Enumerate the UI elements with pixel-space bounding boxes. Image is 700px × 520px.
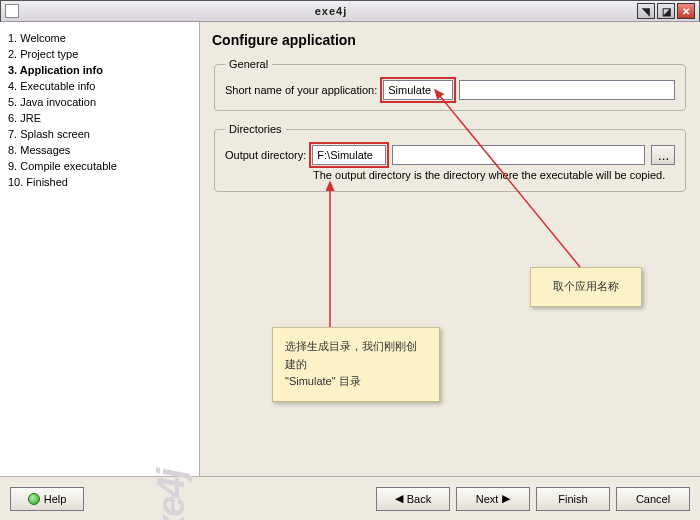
next-label: Next — [476, 493, 499, 505]
wizard-footer: Help ◀ Back Next ▶ Finish Cancel — [0, 476, 700, 520]
window-buttons: ◥ ◪ ✕ — [637, 3, 695, 19]
callout-output-dir: 选择生成目录，我们刚刚创建的 "Simulate" 目录 — [272, 327, 440, 402]
brand-logo: exe4j — [150, 470, 193, 520]
output-dir-label: Output directory: — [225, 149, 306, 161]
step-item[interactable]: 8. Messages — [6, 142, 193, 158]
window-title: exe4j — [25, 5, 637, 17]
close-button[interactable]: ✕ — [677, 3, 695, 19]
cancel-button[interactable]: Cancel — [616, 487, 690, 511]
step-item[interactable]: 1. Welcome — [6, 30, 193, 46]
step-item[interactable]: 4. Executable info — [6, 78, 193, 94]
chevron-right-icon: ▶ — [502, 492, 510, 505]
browse-button[interactable]: ... — [651, 145, 675, 165]
help-icon — [28, 493, 40, 505]
directories-legend: Directories — [225, 123, 286, 135]
general-legend: General — [225, 58, 272, 70]
chevron-left-icon: ◀ — [395, 492, 403, 505]
help-button[interactable]: Help — [10, 487, 84, 511]
help-label: Help — [44, 493, 67, 505]
steps-sidebar: 1. Welcome2. Project type3. Application … — [0, 22, 200, 476]
output-dir-hint: The output directory is the directory wh… — [313, 169, 675, 181]
content-pane: Configure application General Short name… — [200, 22, 700, 476]
finish-button[interactable]: Finish — [536, 487, 610, 511]
output-dir-trail — [392, 145, 645, 165]
minimize-button[interactable]: ◥ — [637, 3, 655, 19]
directories-group: Directories Output directory: ... The ou… — [214, 123, 686, 192]
step-item[interactable]: 3. Application info — [6, 62, 193, 78]
short-name-trail — [459, 80, 675, 100]
short-name-label: Short name of your application: — [225, 84, 377, 96]
title-bar: exe4j ◥ ◪ ✕ — [0, 0, 700, 22]
app-icon — [5, 4, 19, 18]
step-item[interactable]: 9. Compile executable — [6, 158, 193, 174]
step-item[interactable]: 5. Java invocation — [6, 94, 193, 110]
general-group: General Short name of your application: — [214, 58, 686, 111]
next-button[interactable]: Next ▶ — [456, 487, 530, 511]
step-item[interactable]: 6. JRE — [6, 110, 193, 126]
step-item[interactable]: 10. Finished — [6, 174, 193, 190]
maximize-button[interactable]: ◪ — [657, 3, 675, 19]
step-item[interactable]: 2. Project type — [6, 46, 193, 62]
back-label: Back — [407, 493, 431, 505]
step-item[interactable]: 7. Splash screen — [6, 126, 193, 142]
output-dir-input[interactable] — [312, 145, 386, 165]
back-button[interactable]: ◀ Back — [376, 487, 450, 511]
page-title: Configure application — [212, 32, 688, 48]
short-name-input[interactable] — [383, 80, 453, 100]
callout-app-name: 取个应用名称 — [530, 267, 642, 307]
